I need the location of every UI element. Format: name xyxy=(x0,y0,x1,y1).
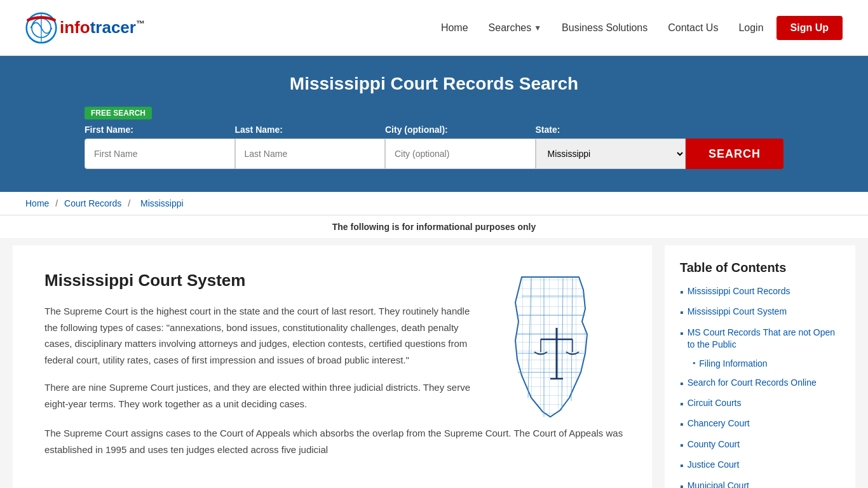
toc-bullet-icon: ▪ xyxy=(680,417,684,431)
toc-link[interactable]: Circuit Courts xyxy=(688,397,742,410)
main-content: Mississippi Court System The Supreme Cou… xyxy=(0,239,868,488)
state-group: State: Mississippi Alabama Alaska xyxy=(536,125,686,169)
article-image-container xyxy=(487,271,627,425)
toc-link[interactable]: Filing Information xyxy=(699,358,767,370)
article-para-3: The Supreme Court assigns cases to the C… xyxy=(44,425,627,458)
searches-chevron-icon: ▼ xyxy=(534,24,541,32)
toc-bullet-icon: ▪ xyxy=(680,480,684,488)
toc-item: ▪Search for Court Records Online xyxy=(680,377,840,391)
toc-item: ▪Justice Court xyxy=(680,459,840,473)
article-text: Mississippi Court System The Supreme Cou… xyxy=(44,271,474,423)
breadcrumb-home[interactable]: Home xyxy=(25,198,49,208)
toc-title: Table of Contents xyxy=(680,261,840,275)
article-title: Mississippi Court System xyxy=(44,271,474,290)
toc-item: ▪Circuit Courts xyxy=(680,397,840,411)
toc-item: ▪County Court xyxy=(680,438,840,452)
city-group: City (optional): xyxy=(385,125,536,169)
toc-bullet-icon: ▪ xyxy=(680,459,684,473)
toc-list: ▪Mississippi Court Records▪Mississippi C… xyxy=(680,285,840,488)
toc-box: Table of Contents ▪Mississippi Court Rec… xyxy=(665,245,855,488)
search-button[interactable]: SEARCH xyxy=(686,139,783,169)
toc-link[interactable]: Mississippi Court System xyxy=(688,306,787,318)
mississippi-map-icon xyxy=(487,271,614,423)
search-form: First Name: Last Name: City (optional): … xyxy=(85,125,783,169)
nav-contact-us[interactable]: Contact Us xyxy=(660,17,726,39)
toc-bullet-icon: ▪ xyxy=(680,306,684,320)
toc-item: ▪Filing Information xyxy=(680,358,840,370)
logo-text-red: info xyxy=(60,18,90,37)
toc-item: ▪Mississippi Court System xyxy=(680,306,840,320)
toc-bullet-icon: ▪ xyxy=(680,285,684,299)
city-input[interactable] xyxy=(385,139,536,169)
city-label: City (optional): xyxy=(385,125,536,135)
article-area: Mississippi Court System The Supreme Cou… xyxy=(13,245,652,488)
toc-link[interactable]: Municipal Court xyxy=(688,480,749,488)
banner-title: Mississippi Court Records Search xyxy=(25,74,843,94)
sidebar: Table of Contents ▪Mississippi Court Rec… xyxy=(665,245,855,488)
nav-business-solutions[interactable]: Business Solutions xyxy=(554,17,655,39)
toc-bullet-icon: ▪ xyxy=(680,397,684,411)
toc-link[interactable]: MS Court Records That are not Open to th… xyxy=(688,327,840,351)
free-search-badge: FREE SEARCH xyxy=(85,107,152,119)
info-bar: The following is for informational purpo… xyxy=(0,215,868,239)
logo-text-blue: tracer xyxy=(90,18,136,37)
nav-searches[interactable]: Searches ▼ xyxy=(481,17,549,39)
toc-link[interactable]: Search for Court Records Online xyxy=(688,377,817,390)
toc-link[interactable]: Mississippi Court Records xyxy=(688,285,790,298)
breadcrumb-sep2: / xyxy=(128,198,133,208)
logo-icon xyxy=(25,12,57,44)
toc-item: ▪MS Court Records That are not Open to t… xyxy=(680,327,840,351)
toc-bullet-icon: ▪ xyxy=(680,377,684,391)
nav-home[interactable]: Home xyxy=(433,17,476,39)
nav-signup[interactable]: Sign Up xyxy=(776,16,843,40)
breadcrumb-mississippi: Mississippi xyxy=(140,198,184,208)
toc-link[interactable]: Chancery Court xyxy=(688,417,750,430)
article-top: Mississippi Court System The Supreme Cou… xyxy=(44,271,627,425)
article-para-2: There are nine Supreme Court justices, a… xyxy=(44,379,474,412)
toc-bullet-icon: ▪ xyxy=(680,327,684,341)
search-banner: Mississippi Court Records Search FREE SE… xyxy=(0,56,868,192)
toc-item: ▪Mississippi Court Records xyxy=(680,285,840,299)
last-name-input[interactable] xyxy=(235,139,386,169)
breadcrumb: Home / Court Records / Mississippi xyxy=(0,192,868,215)
first-name-group: First Name: xyxy=(85,125,235,169)
toc-bullet-icon: ▪ xyxy=(680,438,684,452)
toc-bullet-icon: ▪ xyxy=(693,358,695,369)
toc-link[interactable]: County Court xyxy=(688,438,740,451)
last-name-label: Last Name: xyxy=(235,125,386,135)
toc-link[interactable]: Justice Court xyxy=(688,459,740,471)
article-para-1: The Supreme Court is the highest court i… xyxy=(44,303,474,368)
toc-item: ▪Municipal Court xyxy=(680,480,840,488)
breadcrumb-court-records[interactable]: Court Records xyxy=(64,198,121,208)
logo-tm: ™ xyxy=(136,18,145,29)
logo[interactable]: infotracer™ xyxy=(25,12,145,44)
header: infotracer™ Home Searches ▼ Business Sol… xyxy=(0,0,868,56)
toc-item: ▪Chancery Court xyxy=(680,417,840,431)
nav-login[interactable]: Login xyxy=(731,17,771,39)
first-name-input[interactable] xyxy=(85,139,235,169)
main-nav: Home Searches ▼ Business Solutions Conta… xyxy=(433,16,843,40)
last-name-group: Last Name: xyxy=(235,125,386,169)
first-name-label: First Name: xyxy=(85,125,235,135)
breadcrumb-sep1: / xyxy=(55,198,60,208)
state-select[interactable]: Mississippi Alabama Alaska xyxy=(536,139,686,169)
state-label: State: xyxy=(536,125,686,135)
